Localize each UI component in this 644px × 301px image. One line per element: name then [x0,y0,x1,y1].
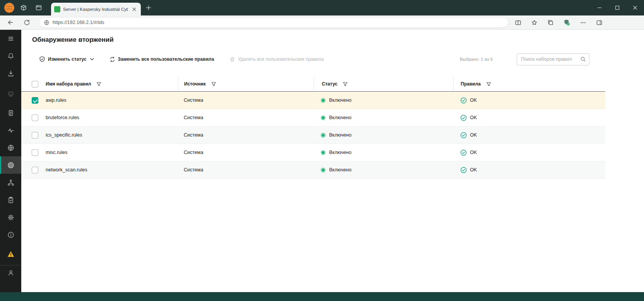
status-dot [321,168,325,172]
column-source-label: Источник [184,81,206,87]
filter-source-icon[interactable] [211,82,216,87]
select-all-checkbox[interactable] [32,81,38,87]
profile-avatar[interactable] [4,3,14,13]
search-icon[interactable] [580,56,586,62]
column-status-label: Статус [322,81,337,87]
ruleset-source: Система [178,144,314,161]
ruleset-name: awp.rules [46,92,178,109]
status-text: Включено [329,167,352,173]
tab-title: Server | Kaspersky Industrial Cybe [63,7,128,12]
table-row[interactable]: misc.rules Система Включено OK [21,144,605,161]
ok-check-icon [460,167,467,173]
back-icon[interactable] [5,17,16,28]
browser-window: Server | Kaspersky Industrial Cybe [0,0,644,301]
favorites-star-icon[interactable] [526,17,542,28]
table-row[interactable]: bruteforce.rules Система Включено OK [21,109,605,127]
app-footer [0,292,644,301]
row-checkbox[interactable] [32,115,38,121]
updates-download-icon[interactable] [0,65,21,82]
tab-actions-icon[interactable] [33,2,44,14]
filter-name-icon[interactable] [96,82,101,87]
events-pulse-icon[interactable] [0,121,21,139]
license-warning-icon[interactable] [0,245,21,263]
row-checkbox[interactable] [32,132,38,139]
ruleset-name: ics_specific.rules [46,127,178,144]
browser-tab[interactable]: Server | Kaspersky Industrial Cybe [51,3,141,15]
new-tab-button[interactable] [143,2,154,13]
change-status-button[interactable]: Изменить статус [39,56,94,62]
site-globe-icon [44,20,50,26]
ruleset-source: Система [178,109,314,126]
url-text[interactable]: https://192.168.2.1/#/ids [53,20,104,25]
table-row[interactable]: ics_specific.rules Система Включено OK [21,127,605,144]
delete-all-rules-label: Удалить все пользовательские правила [238,56,324,62]
filter-rules-icon[interactable] [486,82,491,87]
more-menu-icon[interactable] [575,17,591,28]
user-account-icon[interactable] [0,265,21,292]
shield-check-icon [39,56,45,62]
rules-status-text: OK [470,132,477,138]
ruleset-source: Система [178,161,314,178]
menu-icon[interactable] [0,30,21,47]
rules-status-text: OK [470,150,477,155]
page-toolbar: Изменить статус Заменить все пользовател… [39,52,589,66]
address-bar[interactable]: https://192.168.2.1/#/ids [39,17,509,28]
table-row[interactable]: network_scan.rules Система Включено OK [21,161,605,179]
settings-gear-icon[interactable] [0,209,21,226]
close-button[interactable] [626,0,644,15]
rules-status-text: OK [470,97,477,103]
rules-search-box[interactable] [517,53,589,65]
rules-status-text: OK [470,167,477,173]
status-dot [321,116,325,120]
chevron-down-icon [90,58,94,60]
app-sidebar [0,30,21,292]
protection-extension-icon[interactable] [559,17,575,28]
ok-check-icon [460,115,467,121]
tab-favicon-icon [54,6,60,12]
reports-icon[interactable] [0,104,21,121]
ok-check-icon [460,149,467,156]
tab-close-icon[interactable] [131,6,138,13]
notifications-bell-icon[interactable] [0,47,21,65]
search-input[interactable] [517,54,589,65]
split-screen-icon[interactable] [510,17,526,28]
row-checkbox[interactable] [32,97,38,104]
browser-navbar: https://192.168.2.1/#/ids [0,15,644,30]
page-content: Обнаружение вторжений Изменить статус За… [21,30,644,292]
workspaces-icon[interactable] [18,2,29,14]
hosts-icon[interactable] [0,85,21,103]
intrusion-detection-icon[interactable] [0,156,21,174]
window-controls [591,0,644,15]
table-body: awp.rules Система Включено OK bruteforce… [21,92,605,179]
ruleset-name: misc.rules [46,144,178,161]
status-text: Включено [329,115,352,120]
table-row[interactable]: awp.rules Система Включено OK [21,92,605,109]
delete-all-rules-button[interactable]: Удалить все пользовательские правила [229,56,324,62]
status-text: Включено [329,150,352,155]
replace-all-rules-button[interactable]: Заменить все пользовательские правила [109,56,214,62]
row-checkbox[interactable] [32,149,38,156]
audit-clipboard-icon[interactable] [0,191,21,209]
maximize-button[interactable] [608,0,626,15]
ruleset-source: Система [178,127,314,144]
status-text: Включено [329,132,352,138]
refresh-icon[interactable] [21,17,32,28]
topology-nodes-icon[interactable] [0,174,21,191]
about-info-icon[interactable] [0,226,21,243]
network-map-globe-icon[interactable] [0,139,21,156]
rulesets-table: Имя набора правил Источник Статус Правил… [21,77,605,179]
status-dot [321,133,325,137]
navbar-actions [510,17,607,28]
collections-icon[interactable] [542,17,559,28]
ruleset-name: bruteforce.rules [46,109,178,126]
sync-icon [109,56,115,62]
column-rules-label: Правила [461,81,481,87]
row-checkbox[interactable] [32,167,38,173]
status-text: Включено [329,97,352,103]
minimize-button[interactable] [591,0,608,15]
sidebar-panel-icon[interactable] [591,17,607,28]
replace-all-rules-label: Заменить все пользовательские правила [118,56,214,62]
status-dot [321,99,325,102]
filter-status-icon[interactable] [343,82,348,87]
status-dot [321,151,325,154]
